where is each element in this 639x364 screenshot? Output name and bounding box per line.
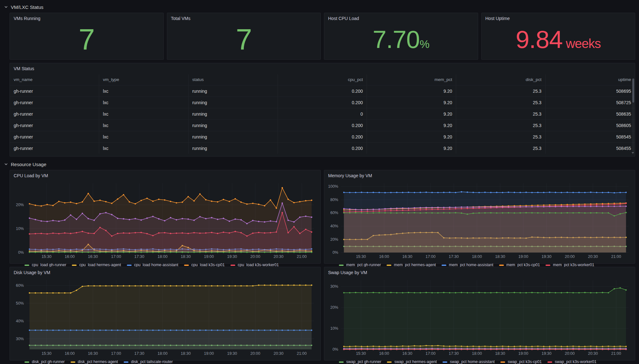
svg-text:18:00: 18:00 bbox=[472, 351, 482, 356]
panel-memory-usage-by-vm: Memory Usage by VM 15:3016:0016:3017:001… bbox=[324, 170, 635, 264]
column-header[interactable]: mem_pct bbox=[367, 74, 456, 85]
legend-item[interactable]: swap_pct gh-runner bbox=[339, 359, 381, 364]
chart-legend: disk_pct gh-runnerdisk_pct hermes-agentd… bbox=[10, 358, 320, 364]
table-cell: 25.3 bbox=[456, 108, 546, 119]
table-cell: 9.20 bbox=[367, 108, 456, 119]
panel-title[interactable]: Host CPU Load bbox=[324, 13, 478, 22]
swap-usage-chart[interactable]: 15:3016:0016:3017:0017:3018:0018:3019:00… bbox=[326, 277, 633, 358]
legend-item[interactable]: disk_pct tailscale-router bbox=[124, 359, 173, 364]
svg-text:20:00: 20:00 bbox=[565, 254, 574, 259]
stat-value: 7 bbox=[79, 25, 94, 54]
svg-text:0%: 0% bbox=[333, 250, 338, 255]
svg-text:17:30: 17:30 bbox=[449, 351, 459, 356]
table-row[interactable]: gh-runnerlxcrunning0.2009.2025.3508695 bbox=[10, 85, 635, 97]
table-row[interactable]: gh-runnerlxcrunning0.2009.2025.3508725 bbox=[10, 97, 635, 108]
svg-text:0%: 0% bbox=[333, 347, 338, 352]
legend-swatch bbox=[387, 265, 391, 266]
table-cell: gh-runner bbox=[10, 142, 99, 154]
svg-text:19:30: 19:30 bbox=[541, 254, 551, 259]
column-header[interactable]: uptime bbox=[546, 74, 635, 85]
svg-text:20:30: 20:30 bbox=[273, 351, 283, 356]
vm-status-table: vm_name vm_type status cpu_pct mem_pct d… bbox=[10, 74, 635, 154]
legend-swatch bbox=[230, 265, 235, 266]
column-header[interactable]: cpu_pct bbox=[278, 74, 367, 85]
legend-item[interactable]: disk_pct hermes-agent bbox=[71, 359, 118, 364]
panel-title[interactable]: VM Status bbox=[10, 63, 635, 72]
panel-title[interactable]: Total VMs bbox=[167, 13, 321, 22]
panel-vm-status-table: VM Status vm_name vm_type status cpu_pct… bbox=[10, 63, 635, 157]
legend-item[interactable]: swap_pct k3s-cp01 bbox=[500, 359, 542, 364]
svg-text:18:00: 18:00 bbox=[472, 254, 482, 259]
table-cell: 25.3 bbox=[456, 142, 546, 154]
table-cell: running bbox=[189, 97, 278, 108]
cpu-load-chart[interactable]: 15:3016:0016:3017:0017:3018:0018:3019:00… bbox=[11, 180, 319, 261]
panel-title[interactable]: CPU Load by VM bbox=[10, 170, 320, 179]
table-row[interactable]: gh-runnerlxcrunning09.2025.3508635 bbox=[10, 108, 635, 119]
column-header[interactable]: vm_type bbox=[99, 74, 189, 85]
table-cell: 0.200 bbox=[278, 131, 367, 142]
svg-text:60%: 60% bbox=[330, 211, 338, 215]
table-row[interactable]: gh-runnerlxcrunning0.2009.2025.3508605 bbox=[10, 119, 635, 131]
legend-swatch bbox=[127, 265, 132, 266]
panel-title[interactable]: Swap Usage by VM bbox=[324, 267, 635, 276]
table-cell: gh-runner bbox=[10, 97, 99, 108]
svg-text:16:00: 16:00 bbox=[65, 351, 75, 356]
legend-item[interactable]: swap_pct home-assistant bbox=[443, 359, 495, 364]
panel-total-vms: Total VMs 7 bbox=[167, 13, 321, 60]
disk-usage-chart[interactable]: 15:3016:0016:3017:0017:3018:0018:3019:00… bbox=[11, 277, 319, 358]
legend-swatch bbox=[339, 361, 344, 363]
panel-host-cpu-load: Host CPU Load 7.70% bbox=[324, 13, 478, 60]
svg-text:15:30: 15:30 bbox=[356, 254, 366, 259]
table-cell: lxc bbox=[99, 85, 189, 97]
legend-swatch bbox=[443, 361, 447, 363]
scroll-down-arrow-icon[interactable] bbox=[631, 150, 635, 156]
svg-text:21:00: 21:00 bbox=[297, 351, 306, 356]
table-scrollbar[interactable] bbox=[632, 78, 634, 154]
legend-item[interactable]: disk_pct gh-runner bbox=[24, 359, 65, 364]
column-header[interactable]: status bbox=[189, 74, 278, 85]
table-cell: 25.3 bbox=[456, 131, 546, 142]
svg-text:20:00: 20:00 bbox=[565, 351, 574, 356]
svg-text:60%: 60% bbox=[16, 283, 24, 288]
panel-title[interactable]: VMs Running bbox=[10, 13, 163, 22]
svg-text:10%: 10% bbox=[16, 226, 24, 231]
svg-text:17:30: 17:30 bbox=[134, 351, 144, 356]
table-row[interactable]: gh-runnerlxcrunning0.2009.2025.3508545 bbox=[10, 131, 635, 142]
svg-text:21:00: 21:00 bbox=[611, 351, 621, 356]
table-cell: running bbox=[189, 131, 278, 142]
svg-text:20:30: 20:30 bbox=[588, 351, 598, 356]
table-row[interactable]: gh-runnerlxcrunning0.2009.2025.3508455 bbox=[10, 142, 635, 154]
panel-title[interactable]: Disk Usage by VM bbox=[10, 267, 320, 276]
svg-text:19:00: 19:00 bbox=[204, 254, 214, 259]
section-header-resource-usage[interactable]: Resource Usage bbox=[4, 160, 635, 168]
svg-text:20:30: 20:30 bbox=[273, 254, 283, 259]
panel-title[interactable]: Memory Usage by VM bbox=[324, 170, 635, 179]
svg-text:100%: 100% bbox=[328, 184, 338, 189]
legend-swatch bbox=[24, 265, 29, 266]
scrollbar-thumb[interactable] bbox=[632, 78, 634, 103]
svg-text:17:30: 17:30 bbox=[449, 254, 459, 259]
svg-text:30%: 30% bbox=[16, 337, 24, 341]
column-header[interactable]: disk_pct bbox=[456, 74, 546, 85]
table-cell: 9.20 bbox=[367, 97, 456, 108]
svg-text:40%: 40% bbox=[330, 224, 338, 228]
table-cell: 9.20 bbox=[367, 131, 456, 142]
table-cell: 508635 bbox=[546, 108, 635, 119]
legend-swatch bbox=[547, 361, 552, 363]
svg-text:40%: 40% bbox=[16, 319, 24, 323]
svg-text:19:30: 19:30 bbox=[541, 351, 551, 356]
legend-swatch bbox=[72, 265, 77, 266]
panel-title[interactable]: Host Uptime bbox=[482, 13, 635, 22]
svg-text:19:30: 19:30 bbox=[227, 351, 237, 356]
svg-text:80%: 80% bbox=[330, 198, 338, 202]
svg-text:20:30: 20:30 bbox=[588, 254, 598, 259]
memory-usage-chart[interactable]: 15:3016:0016:3017:0017:3018:0018:3019:00… bbox=[326, 180, 633, 261]
column-header[interactable]: vm_name bbox=[10, 74, 99, 85]
table-cell: lxc bbox=[99, 108, 189, 119]
table-cell: lxc bbox=[99, 119, 189, 131]
legend-item[interactable]: swap_pct k3s-worker01 bbox=[547, 359, 596, 364]
section-header-vm-lxc-status[interactable]: VM/LXC Status bbox=[4, 3, 635, 11]
table-cell: 0.200 bbox=[278, 85, 367, 97]
legend-item[interactable]: swap_pct hermes-agent bbox=[387, 359, 436, 364]
legend-label: swap_pct hermes-agent bbox=[394, 359, 436, 364]
